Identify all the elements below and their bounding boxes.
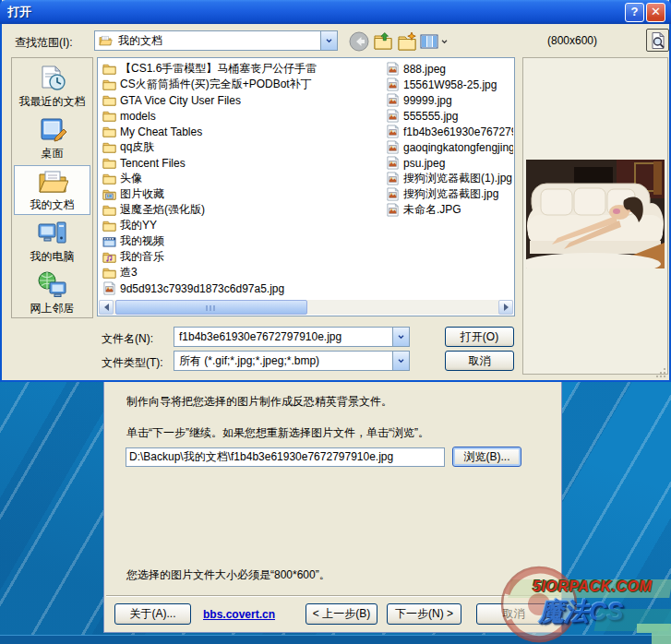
my-documents-icon [98,34,113,47]
file-name: gaoqingkatongfengjing.jpg [403,141,513,154]
triangle-right-icon [504,304,509,311]
network-icon [37,270,68,300]
file-row[interactable]: f1b4b3e61930e7672797910e.jpg [386,124,513,139]
folder-row[interactable]: 造3 [102,265,381,280]
scroll-left-button[interactable] [99,300,114,315]
image-path-input[interactable] [126,447,445,467]
places-item-network[interactable]: 网上邻居 [14,268,90,318]
file-row[interactable]: 搜狗浏览器截图(1).jpg [386,171,513,186]
file-row[interactable]: 未命名.JPG [386,202,513,218]
folder-row[interactable]: CS火箭筒插件(买)完全版+PODBot补丁 [102,77,381,92]
mycomputer-icon [37,219,68,248]
folder-icon [102,62,116,76]
file-column: 888.jpeg15561W958-25.jpg99999.jpg555555.… [386,61,513,218]
lookin-value: 我的文档 [115,33,320,49]
folder-row[interactable]: 9d5d913c7939d1873c6d97a5.jpg [102,280,381,296]
desktop-bottom-band [0,635,671,644]
folder-row[interactable]: 图片收藏 [102,186,381,202]
filename-value: f1b4b3e61930e7672797910e.jpg [174,330,392,343]
folder-row[interactable]: 我的音乐 [102,249,381,265]
file-name: 555555.jpg [403,110,458,123]
folder-row[interactable]: qq皮肤 [102,139,381,155]
folder-row[interactable]: My Cheat Tables [102,124,381,139]
horizontal-scrollbar[interactable] [99,300,513,315]
about-button[interactable]: 关于(A)... [114,603,191,625]
scrollbar-track[interactable] [114,300,498,315]
new-folder-icon[interactable] [397,31,417,52]
titlebar[interactable]: 打开 ? ✕ [0,0,671,24]
image-icon [386,78,400,91]
folder-icon [102,203,116,217]
scrollbar-thumb[interactable] [115,300,307,315]
image-icon [102,281,116,295]
scroll-right-button[interactable] [498,300,513,315]
folder-row[interactable]: 头像 [102,171,381,186]
folder-row[interactable]: 我的YY [102,218,381,233]
places-item-mydocs[interactable]: 我的文档 [14,165,90,215]
places-item-recent[interactable]: 我最近的文档 [14,62,90,112]
folder-videos-icon [102,234,116,248]
places-item-desktop[interactable]: 桌面 [14,113,90,163]
resize-grip[interactable] [655,367,667,379]
filename-combo[interactable]: f1b4b3e61930e7672797910e.jpg [174,327,410,347]
filename-label: 文件名(N): [102,331,153,347]
recent-icon [37,64,68,93]
folder-row[interactable]: 退魔圣焰(强化版) [102,202,381,218]
chevron-down-icon [326,39,332,43]
open-button[interactable]: 打开(O) [445,327,514,347]
file-row[interactable]: gaoqingkatongfengjing.jpg [386,139,513,155]
wizard-cancel-button[interactable]: 取消 [476,603,551,625]
folder-icon [102,109,116,123]
preview-magnifier-icon [649,31,667,50]
help-button[interactable]: ? [625,3,644,22]
browse-button[interactable]: 浏览(B)... [452,447,521,467]
folder-row[interactable]: GTA Vice City User Files [102,92,381,108]
image-icon [386,187,400,201]
filename-dropdown-button[interactable] [392,328,409,346]
folder-name: My Cheat Tables [120,125,202,138]
file-row[interactable]: 15561W958-25.jpg [386,77,513,92]
back-button[interactable]: < 上一步(B) [306,603,377,625]
folder-name: CS火箭筒插件(买)完全版+PODBot补丁 [120,77,312,92]
image-icon [386,62,400,76]
dialog-cancel-button[interactable]: 取消 [445,351,514,371]
file-name: 99999.jpg [403,94,452,107]
file-row[interactable]: psu.jpeg [386,155,513,171]
up-one-level-icon[interactable] [373,31,393,52]
file-row[interactable]: 99999.jpg [386,92,513,108]
places-item-label: 桌面 [42,146,64,161]
file-list: 【CS1.6手雷模型】马桶塞丧尸公仔手雷CS火箭筒插件(买)完全版+PODBot… [97,57,515,316]
next-button[interactable]: 下一步(N) > [387,603,461,625]
folder-row[interactable]: 【CS1.6手雷模型】马桶塞丧尸公仔手雷 [102,61,381,77]
filetype-combo[interactable]: 所有 (*.gif;*.jpg;*.jpeg;*.bmp) [174,351,410,371]
filetype-value: 所有 (*.gif;*.jpg;*.jpeg;*.bmp) [174,353,392,369]
lookin-combo[interactable]: 我的文档 [94,30,338,51]
folder-row[interactable]: Tencent Files [102,155,381,171]
folder-row[interactable]: 我的视频 [102,233,381,249]
folder-name: 【CS1.6手雷模型】马桶塞丧尸公仔手雷 [120,61,317,77]
preview-toggle-button[interactable] [646,29,669,52]
folder-name: 头像 [120,171,142,186]
folder-name: 图片收藏 [120,186,164,202]
wizard-size-requirement-text: 您选择的图片文件大小必须是“800*600”。 [126,567,330,583]
views-dropdown-arrow[interactable] [441,31,449,52]
filetype-dropdown-button[interactable] [392,352,409,370]
folder-column: 【CS1.6手雷模型】马桶塞丧尸公仔手雷CS火箭筒插件(买)完全版+PODBot… [102,61,381,296]
image-icon [386,125,400,138]
folder-icon [102,140,116,154]
places-item-mycomputer[interactable]: 我的电脑 [14,217,90,267]
folder-row[interactable]: models [102,108,381,124]
file-row[interactable]: 搜狗浏览器截图.jpg [386,186,513,202]
file-row[interactable]: 555555.jpg [386,108,513,124]
lookin-dropdown-button[interactable] [320,31,337,50]
bbs-link[interactable]: bbs.covert.cn [203,608,275,621]
folder-name: qq皮肤 [120,139,154,155]
file-name: f1b4b3e61930e7672797910e.jpg [403,125,513,138]
back-icon[interactable] [349,31,369,52]
views-icon[interactable] [419,31,439,52]
file-name: 搜狗浏览器截图.jpg [403,186,498,202]
triangle-left-icon [104,304,109,311]
close-button[interactable]: ✕ [646,3,665,22]
file-name: 搜狗浏览器截图(1).jpg [403,171,512,186]
file-row[interactable]: 888.jpeg [386,61,513,77]
